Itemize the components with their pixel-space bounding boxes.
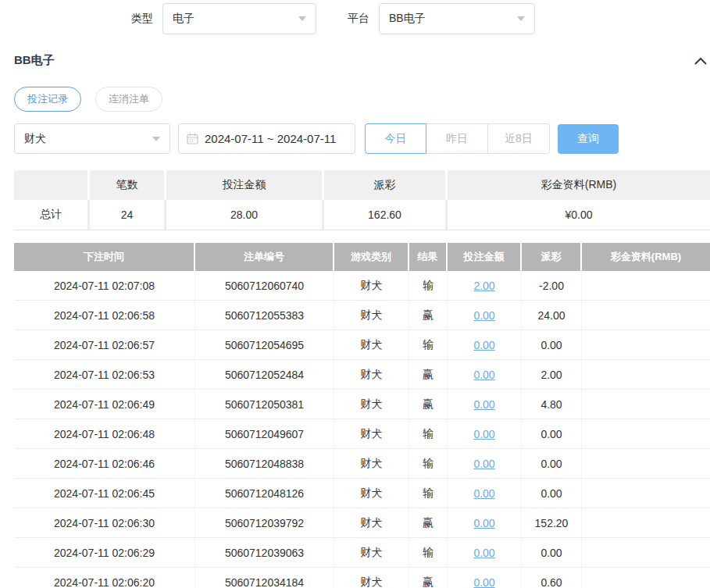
tab-label: 连消注单: [109, 92, 149, 106]
cell-game-type: 财犬: [334, 538, 409, 568]
cell-bonus: [582, 419, 710, 449]
summary-header-payout: 派彩: [324, 170, 448, 200]
date-range-input[interactable]: 2024-07-11 ~ 2024-07-11: [178, 123, 355, 154]
tab-cancelled-orders[interactable]: 连消注单: [95, 87, 162, 112]
cell-bet-amount: 0.00: [448, 449, 522, 479]
filter-toolbar: 财犬 2024-07-11 ~ 2024-07-11 今日 昨日: [14, 123, 710, 154]
cell-bet-amount: 0.00: [448, 301, 522, 330]
cell-result: 赢: [409, 301, 448, 330]
tab-label: 投注记录: [27, 92, 68, 106]
summary-header-row: 笔数 投注金额 派彩 彩金资料(RMB): [14, 170, 710, 200]
cell-bonus: [582, 390, 710, 419]
bet-amount-link[interactable]: 0.00: [473, 576, 494, 588]
platform-label: 平台: [348, 12, 369, 26]
table-row: 2024-07-11 02:06:30 5060712039792 财犬 赢 0…: [14, 508, 710, 538]
cell-game-type: 财犬: [334, 360, 409, 390]
cell-order-no: 5060712050381: [195, 390, 334, 419]
cell-bet-time: 2024-07-11 02:06:30: [14, 508, 195, 538]
cell-result: 赢: [409, 390, 448, 419]
cell-payout: 0.00: [522, 449, 582, 479]
cell-order-no: 5060712052484: [195, 360, 334, 390]
cell-bonus: [582, 271, 710, 301]
cell-bet-time: 2024-07-11 02:06:49: [14, 390, 195, 419]
cell-payout: 0.00: [522, 330, 582, 360]
bet-amount-link[interactable]: 0.00: [473, 547, 494, 559]
cell-bet-amount: 2.00: [448, 271, 522, 301]
table-row: 2024-07-11 02:06:57 5060712054695 财犬 输 0…: [14, 330, 710, 360]
cell-result: 赢: [409, 568, 448, 588]
header-bonus: 彩金资料(RMB): [582, 243, 710, 271]
section-header: BB电子: [14, 53, 710, 68]
cell-result: 输: [409, 419, 448, 449]
cell-game-type: 财犬: [334, 390, 409, 419]
page: 类型 电子 平台 BB电子 BB电子 投注记录 连消注单 财犬: [0, 3, 710, 588]
bet-amount-link[interactable]: 2.00: [473, 280, 494, 292]
header-order-no: 注单编号: [195, 243, 334, 271]
cell-payout: 0.00: [522, 479, 582, 508]
platform-select-value: BB电子: [389, 12, 426, 26]
cell-game-type: 财犬: [334, 508, 409, 538]
bet-amount-link[interactable]: 0.00: [473, 339, 494, 351]
header-game-type: 游戏类别: [334, 243, 409, 271]
cell-game-type: 财犬: [334, 449, 409, 479]
collapse-button[interactable]: [694, 56, 708, 66]
cell-order-no: 5060712048838: [195, 449, 334, 479]
cell-payout: 152.20: [522, 508, 582, 538]
bet-amount-link[interactable]: 0.00: [473, 428, 494, 440]
cell-game-type: 财犬: [334, 419, 409, 449]
cell-result: 输: [409, 538, 448, 568]
cell-game-type: 财犬: [334, 301, 409, 330]
tab-bet-records[interactable]: 投注记录: [14, 87, 81, 112]
bet-amount-link[interactable]: 0.00: [473, 369, 494, 381]
cell-order-no: 5060712060740: [195, 271, 334, 301]
cell-bonus: [582, 301, 710, 330]
today-button[interactable]: 今日: [365, 123, 426, 154]
bet-amount-link[interactable]: 0.00: [473, 309, 494, 322]
summary-total-row: 总计 24 28.00 162.60 ¥0.00: [14, 200, 710, 230]
table-row: 2024-07-11 02:06:48 5060712049607 财犬 输 0…: [14, 419, 710, 449]
cell-result: 赢: [409, 508, 448, 538]
type-select[interactable]: 电子: [162, 3, 316, 34]
cell-bonus: [582, 538, 710, 568]
cell-bonus: [582, 449, 710, 479]
search-button[interactable]: 查询: [558, 124, 619, 154]
header-payout: 派彩: [522, 243, 582, 271]
summary-total-payout: 162.60: [324, 200, 448, 230]
cell-bonus: [582, 568, 710, 588]
bet-amount-link[interactable]: 0.00: [473, 458, 494, 470]
table-row: 2024-07-11 02:06:20 5060712034184 财犬 赢 0…: [14, 568, 710, 588]
chevron-down-icon: [298, 16, 306, 21]
cell-result: 输: [409, 271, 448, 301]
cell-bonus: [582, 508, 710, 538]
platform-select[interactable]: BB电子: [379, 3, 535, 34]
cell-bonus: [582, 330, 710, 360]
cell-bet-amount: 0.00: [448, 419, 522, 449]
cell-bet-amount: 0.00: [448, 479, 522, 508]
summary-header-count: 笔数: [90, 170, 166, 200]
cell-bet-amount: 0.00: [448, 390, 522, 419]
summary-table: 笔数 投注金额 派彩 彩金资料(RMB) 总计 24 28.00 162.60 …: [14, 170, 710, 230]
bet-amount-link[interactable]: 0.00: [473, 517, 494, 529]
chevron-down-icon: [517, 16, 525, 21]
summary-header-blank: [14, 170, 90, 200]
cell-bet-amount: 0.00: [448, 538, 522, 568]
type-label: 类型: [131, 12, 153, 26]
table-row: 2024-07-11 02:06:45 5060712048126 财犬 输 0…: [14, 479, 710, 508]
game-select[interactable]: 财犬: [14, 123, 170, 154]
yesterday-button-label: 昨日: [446, 132, 468, 146]
cell-bonus: [582, 360, 710, 390]
cell-game-type: 财犬: [334, 479, 409, 508]
table-row: 2024-07-11 02:07:08 5060712060740 财犬 输 2…: [14, 271, 710, 301]
bet-amount-link[interactable]: 0.00: [473, 487, 494, 500]
yesterday-button[interactable]: 昨日: [426, 123, 488, 154]
cell-bet-time: 2024-07-11 02:06:45: [14, 479, 195, 508]
cell-order-no: 5060712048126: [195, 479, 334, 508]
last-8-days-button[interactable]: 近8日: [488, 123, 550, 154]
cell-bet-time: 2024-07-11 02:06:46: [14, 449, 195, 479]
bet-amount-link[interactable]: 0.00: [473, 398, 494, 411]
top-filter-bar: 类型 电子 平台 BB电子: [131, 3, 710, 34]
summary-header-bonus: 彩金资料(RMB): [448, 170, 710, 200]
cell-payout: 4.80: [522, 390, 582, 419]
table-row: 2024-07-11 02:06:29 5060712039063 财犬 输 0…: [14, 538, 710, 568]
cell-order-no: 5060712055383: [195, 301, 334, 330]
